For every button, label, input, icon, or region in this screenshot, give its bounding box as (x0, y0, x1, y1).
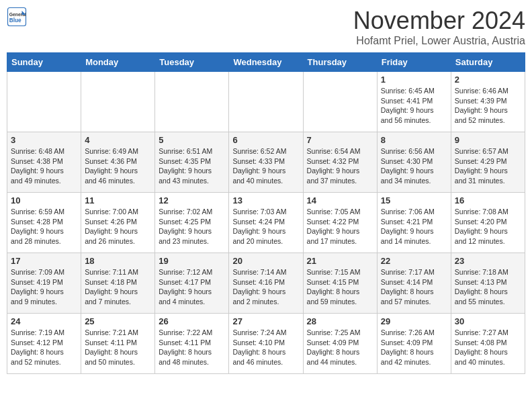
day-number: 18 (85, 256, 151, 266)
day-info: Sunrise: 7:25 AM Sunset: 4:09 PM Dayligh… (307, 328, 373, 367)
day-info: Sunrise: 6:49 AM Sunset: 4:36 PM Dayligh… (85, 146, 151, 186)
weekday-header-wednesday: Wednesday (229, 53, 303, 72)
calendar-day-cell: 27Sunrise: 7:24 AM Sunset: 4:10 PM Dayli… (229, 314, 303, 374)
month-title: November 2024 (353, 7, 525, 35)
calendar-day-cell (81, 72, 155, 132)
calendar-day-cell: 14Sunrise: 7:05 AM Sunset: 4:22 PM Dayli… (303, 193, 377, 253)
calendar-day-cell: 2Sunrise: 6:46 AM Sunset: 4:39 PM Daylig… (451, 72, 525, 132)
calendar-week-5: 24Sunrise: 7:19 AM Sunset: 4:12 PM Dayli… (7, 314, 525, 374)
day-info: Sunrise: 7:26 AM Sunset: 4:09 PM Dayligh… (381, 328, 447, 367)
day-info: Sunrise: 7:11 AM Sunset: 4:18 PM Dayligh… (85, 267, 151, 307)
weekday-header-tuesday: Tuesday (155, 53, 229, 72)
day-info: Sunrise: 6:59 AM Sunset: 4:28 PM Dayligh… (11, 207, 77, 246)
day-info: Sunrise: 6:54 AM Sunset: 4:32 PM Dayligh… (307, 146, 373, 186)
day-number: 3 (11, 135, 77, 145)
calendar-week-3: 10Sunrise: 6:59 AM Sunset: 4:28 PM Dayli… (7, 193, 525, 253)
calendar-day-cell: 30Sunrise: 7:27 AM Sunset: 4:08 PM Dayli… (451, 314, 525, 374)
day-number: 17 (11, 256, 77, 266)
day-info: Sunrise: 6:52 AM Sunset: 4:33 PM Dayligh… (232, 146, 299, 186)
calendar-day-cell: 26Sunrise: 7:22 AM Sunset: 4:11 PM Dayli… (155, 314, 229, 374)
weekday-header-sunday: Sunday (7, 53, 81, 72)
day-info: Sunrise: 7:24 AM Sunset: 4:10 PM Dayligh… (232, 328, 299, 367)
title-section: November 2024 Hofamt Priel, Lower Austri… (353, 7, 525, 47)
calendar-week-4: 17Sunrise: 7:09 AM Sunset: 4:19 PM Dayli… (7, 253, 525, 314)
calendar-day-cell: 13Sunrise: 7:03 AM Sunset: 4:24 PM Dayli… (229, 193, 303, 253)
weekday-header-row: SundayMondayTuesdayWednesdayThursdayFrid… (7, 53, 525, 72)
day-number: 9 (455, 135, 521, 145)
day-number: 5 (159, 135, 225, 145)
day-number: 12 (159, 195, 225, 205)
day-number: 1 (381, 75, 447, 85)
day-info: Sunrise: 7:12 AM Sunset: 4:17 PM Dayligh… (159, 267, 225, 307)
calendar-day-cell: 3Sunrise: 6:48 AM Sunset: 4:38 PM Daylig… (7, 132, 81, 193)
day-info: Sunrise: 6:51 AM Sunset: 4:35 PM Dayligh… (159, 146, 225, 186)
calendar-day-cell: 1Sunrise: 6:45 AM Sunset: 4:41 PM Daylig… (377, 72, 451, 132)
day-number: 10 (11, 195, 77, 205)
day-number: 19 (159, 256, 225, 266)
logo: General Blue (7, 7, 27, 27)
day-info: Sunrise: 7:09 AM Sunset: 4:19 PM Dayligh… (11, 267, 77, 307)
day-info: Sunrise: 7:02 AM Sunset: 4:25 PM Dayligh… (159, 207, 225, 246)
calendar-day-cell: 6Sunrise: 6:52 AM Sunset: 4:33 PM Daylig… (229, 132, 303, 193)
day-info: Sunrise: 6:56 AM Sunset: 4:30 PM Dayligh… (381, 146, 447, 186)
calendar-day-cell: 23Sunrise: 7:18 AM Sunset: 4:13 PM Dayli… (451, 253, 525, 314)
calendar-day-cell: 21Sunrise: 7:15 AM Sunset: 4:15 PM Dayli… (303, 253, 377, 314)
day-info: Sunrise: 7:27 AM Sunset: 4:08 PM Dayligh… (455, 328, 521, 367)
calendar-day-cell: 28Sunrise: 7:25 AM Sunset: 4:09 PM Dayli… (303, 314, 377, 374)
weekday-header-saturday: Saturday (451, 53, 525, 72)
day-number: 24 (11, 316, 77, 326)
day-info: Sunrise: 7:15 AM Sunset: 4:15 PM Dayligh… (307, 267, 373, 307)
page-header: General Blue November 2024 Hofamt Priel,… (7, 7, 525, 47)
calendar-day-cell: 17Sunrise: 7:09 AM Sunset: 4:19 PM Dayli… (7, 253, 81, 314)
weekday-header-monday: Monday (81, 53, 155, 72)
day-number: 16 (455, 195, 521, 205)
day-number: 25 (85, 316, 151, 326)
day-info: Sunrise: 6:45 AM Sunset: 4:41 PM Dayligh… (381, 86, 447, 126)
day-number: 22 (381, 256, 447, 266)
calendar-day-cell: 29Sunrise: 7:26 AM Sunset: 4:09 PM Dayli… (377, 314, 451, 374)
day-number: 13 (232, 195, 299, 205)
calendar-day-cell: 20Sunrise: 7:14 AM Sunset: 4:16 PM Dayli… (229, 253, 303, 314)
day-number: 23 (455, 256, 521, 266)
day-number: 8 (381, 135, 447, 145)
svg-text:Blue: Blue (9, 17, 21, 24)
day-info: Sunrise: 7:18 AM Sunset: 4:13 PM Dayligh… (455, 267, 521, 307)
day-number: 20 (232, 256, 299, 266)
calendar-day-cell: 25Sunrise: 7:21 AM Sunset: 4:11 PM Dayli… (81, 314, 155, 374)
day-number: 11 (85, 195, 151, 205)
day-number: 26 (159, 316, 225, 326)
calendar-day-cell: 11Sunrise: 7:00 AM Sunset: 4:26 PM Dayli… (81, 193, 155, 253)
day-info: Sunrise: 7:00 AM Sunset: 4:26 PM Dayligh… (85, 207, 151, 246)
day-number: 14 (307, 195, 373, 205)
day-number: 29 (381, 316, 447, 326)
calendar-day-cell (7, 72, 81, 132)
logo-icon: General Blue (7, 7, 27, 27)
calendar-day-cell: 15Sunrise: 7:06 AM Sunset: 4:21 PM Dayli… (377, 193, 451, 253)
calendar-day-cell: 7Sunrise: 6:54 AM Sunset: 4:32 PM Daylig… (303, 132, 377, 193)
calendar-day-cell: 12Sunrise: 7:02 AM Sunset: 4:25 PM Dayli… (155, 193, 229, 253)
day-number: 28 (307, 316, 373, 326)
calendar-day-cell: 8Sunrise: 6:56 AM Sunset: 4:30 PM Daylig… (377, 132, 451, 193)
calendar-day-cell: 5Sunrise: 6:51 AM Sunset: 4:35 PM Daylig… (155, 132, 229, 193)
day-info: Sunrise: 7:21 AM Sunset: 4:11 PM Dayligh… (85, 328, 151, 367)
calendar-day-cell (155, 72, 229, 132)
day-number: 15 (381, 195, 447, 205)
calendar-day-cell: 16Sunrise: 7:08 AM Sunset: 4:20 PM Dayli… (451, 193, 525, 253)
calendar-week-1: 1Sunrise: 6:45 AM Sunset: 4:41 PM Daylig… (7, 72, 525, 132)
day-info: Sunrise: 6:48 AM Sunset: 4:38 PM Dayligh… (11, 146, 77, 186)
calendar-day-cell (303, 72, 377, 132)
day-info: Sunrise: 7:22 AM Sunset: 4:11 PM Dayligh… (159, 328, 225, 367)
weekday-header-friday: Friday (377, 53, 451, 72)
calendar-day-cell: 19Sunrise: 7:12 AM Sunset: 4:17 PM Dayli… (155, 253, 229, 314)
day-number: 7 (307, 135, 373, 145)
day-info: Sunrise: 6:46 AM Sunset: 4:39 PM Dayligh… (455, 86, 521, 126)
day-info: Sunrise: 7:14 AM Sunset: 4:16 PM Dayligh… (232, 267, 299, 307)
weekday-header-thursday: Thursday (303, 53, 377, 72)
day-info: Sunrise: 7:17 AM Sunset: 4:14 PM Dayligh… (381, 267, 447, 307)
day-number: 21 (307, 256, 373, 266)
day-number: 2 (455, 75, 521, 85)
day-info: Sunrise: 7:03 AM Sunset: 4:24 PM Dayligh… (232, 207, 299, 246)
calendar-day-cell: 22Sunrise: 7:17 AM Sunset: 4:14 PM Dayli… (377, 253, 451, 314)
calendar-day-cell: 9Sunrise: 6:57 AM Sunset: 4:29 PM Daylig… (451, 132, 525, 193)
day-info: Sunrise: 7:05 AM Sunset: 4:22 PM Dayligh… (307, 207, 373, 246)
